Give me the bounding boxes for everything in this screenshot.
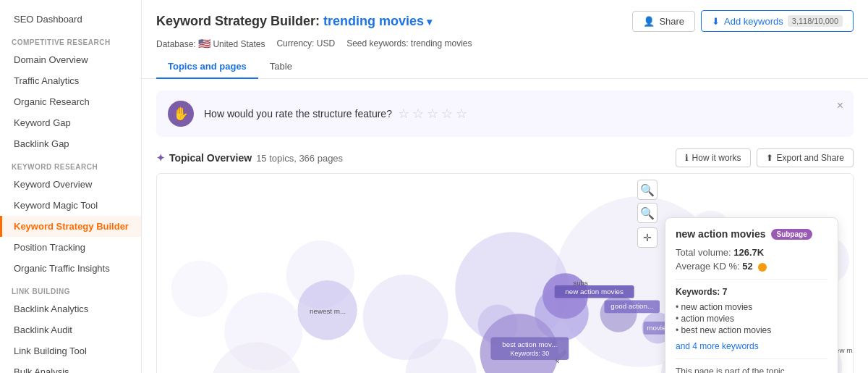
- export-label: Export and Share: [777, 153, 844, 163]
- popup-kw-item-3: best new action movies: [676, 324, 827, 336]
- sidebar-item-traffic-analytics[interactable]: Traffic Analytics: [0, 70, 141, 91]
- sidebar-item-domain-overview[interactable]: Domain Overview: [0, 49, 141, 70]
- popup-more-keywords[interactable]: and 4 more keywords: [676, 341, 759, 351]
- tab-topics-pages[interactable]: Topics and pages: [156, 55, 258, 79]
- database-text: Database:: [156, 39, 198, 49]
- label: Organic Research: [14, 96, 90, 107]
- sidebar-item-position-tracking[interactable]: Position Tracking: [0, 237, 141, 258]
- sidebar-item-keyword-strategy-builder[interactable]: Keyword Strategy Builder: [0, 216, 141, 237]
- popup-kw-item-1: new action movies: [676, 301, 827, 313]
- svg-text:new action movies: new action movies: [565, 288, 624, 296]
- topical-title-text: Topical Overview: [169, 152, 252, 164]
- tab-table[interactable]: Table: [258, 55, 304, 79]
- popup-keywords-label: Keywords: 7: [676, 287, 827, 297]
- label: Bulk Analysis: [14, 366, 69, 373]
- sidebar-section-keyword-research: Keyword Research: [0, 154, 141, 174]
- sidebar-item-backlink-gap[interactable]: Backlink Gap: [0, 133, 141, 154]
- title-highlight[interactable]: trending movies: [323, 14, 432, 28]
- header-meta: Database: 🇺🇸 United States Currency: USD…: [156, 38, 854, 49]
- sidebar-item-keyword-overview[interactable]: Keyword Overview: [0, 174, 141, 195]
- popup-divider-2: [676, 359, 827, 359]
- sidebar-item-keyword-gap[interactable]: Keyword Gap: [0, 112, 141, 133]
- sidebar-section-link-building: Link Building: [0, 279, 141, 298]
- popup-total-volume: Total volume: 126.7K: [676, 247, 827, 258]
- label: Backlink Audit: [14, 324, 72, 335]
- sidebar-item-link-building-tool[interactable]: Link Building Tool: [0, 340, 141, 361]
- star-2[interactable]: ☆: [412, 106, 424, 122]
- svg-text:newest m...: newest m...: [310, 307, 346, 315]
- label: Keyword Magic Tool: [14, 200, 98, 211]
- popup-badge: Subpage: [771, 229, 812, 240]
- currency-label: Currency: USD: [276, 38, 335, 49]
- bubble-chart[interactable]: subs topic pillar new action movies good…: [156, 173, 854, 373]
- popup-keyword-list: new action movies action movies best new…: [676, 301, 827, 336]
- title-static: Keyword Strategy Builder:: [156, 14, 323, 28]
- popup-header: new action movies Subpage: [676, 228, 827, 240]
- label: Domain Overview: [14, 54, 88, 65]
- header-actions: 👤 Share ⬇ Add keywords 3,118/10,000: [632, 10, 854, 32]
- sidebar-item-bulk-analysis[interactable]: Bulk Analysis: [0, 361, 141, 373]
- popup-avg-kd: Average KD %: 52: [676, 261, 827, 272]
- sidebar-item-organic-research[interactable]: Organic Research: [0, 91, 141, 112]
- header-top-row: Keyword Strategy Builder: trending movie…: [156, 10, 854, 32]
- label: Position Tracking: [14, 242, 85, 253]
- svg-text:good action...: good action...: [610, 302, 653, 310]
- keyword-popup: new action movies Subpage Total volume: …: [665, 217, 838, 373]
- label: Link Building Tool: [14, 345, 87, 356]
- label: Backlink Analytics: [14, 303, 88, 314]
- topical-actions: ℹ How it works ⬆ Export and Share: [676, 148, 854, 167]
- sidebar-item-seo-dashboard[interactable]: SEO Dashboard: [0, 9, 141, 30]
- export-share-button[interactable]: ⬆ Export and Share: [757, 148, 854, 167]
- label: Keyword Gap: [14, 117, 71, 128]
- how-it-works-label: How it works: [692, 153, 741, 163]
- star-3[interactable]: ☆: [427, 106, 438, 122]
- popup-kw-item-2: action movies: [676, 313, 827, 324]
- topical-meta: 15 topics, 366 pages: [256, 153, 343, 164]
- popup-topic-note: This page is part of the topic: [676, 366, 827, 373]
- zoom-out-icon: 🔍: [640, 206, 655, 220]
- topical-overview-header: ✦ Topical Overview 15 topics, 366 pages …: [156, 148, 854, 167]
- popup-divider-1: [676, 279, 827, 280]
- rating-row: How would you rate the structure feature…: [204, 106, 467, 122]
- zoom-in-button[interactable]: 🔍: [637, 180, 658, 200]
- star-1[interactable]: ☆: [398, 106, 409, 122]
- page-header: Keyword Strategy Builder: trending movie…: [142, 0, 868, 79]
- sidebar-item-backlink-audit[interactable]: Backlink Audit: [0, 319, 141, 340]
- svg-point-9: [171, 261, 229, 318]
- avg-kd-value: 52: [742, 261, 752, 272]
- label: Keyword Overview: [14, 179, 92, 190]
- content-area: ✋ How would you rate the structure featu…: [142, 79, 868, 373]
- star-rating[interactable]: ☆ ☆ ☆ ☆ ☆: [398, 106, 467, 122]
- sidebar: SEO Dashboard Competitive Research Domai…: [0, 0, 142, 373]
- main-content: Keyword Strategy Builder: trending movie…: [142, 0, 868, 373]
- svg-text:best action mov...: best action mov...: [502, 340, 557, 348]
- how-it-works-button[interactable]: ℹ How it works: [676, 148, 751, 167]
- close-icon[interactable]: ×: [837, 99, 843, 112]
- share-button[interactable]: 👤 Share: [632, 11, 695, 32]
- fit-view-button[interactable]: ✛: [637, 227, 658, 248]
- database-label: Database: 🇺🇸 United States: [156, 38, 265, 49]
- seed-keywords-label: Seed keywords: trending movies: [346, 38, 472, 49]
- flag-icon: 🇺🇸: [198, 38, 210, 49]
- info-icon: ℹ: [685, 153, 689, 163]
- zoom-controls: 🔍 🔍 ✛: [637, 180, 658, 248]
- rating-text: How would you rate the structure feature…: [204, 108, 392, 120]
- sidebar-item-backlink-analytics[interactable]: Backlink Analytics: [0, 298, 141, 319]
- export-icon: ⬆: [766, 153, 773, 163]
- sidebar-item-keyword-magic-tool[interactable]: Keyword Magic Tool: [0, 195, 141, 216]
- svg-text:Keywords: 30: Keywords: 30: [511, 350, 550, 357]
- kd-indicator: [758, 263, 767, 272]
- keyword-count-badge: 3,118/10,000: [788, 15, 843, 27]
- star-4[interactable]: ☆: [441, 106, 453, 122]
- sidebar-section-competitive: Competitive Research: [0, 30, 141, 49]
- fit-icon: ✛: [643, 232, 652, 243]
- zoom-out-button[interactable]: 🔍: [637, 203, 658, 223]
- label: Backlink Gap: [14, 138, 69, 149]
- label: Traffic Analytics: [14, 75, 79, 86]
- add-keywords-button[interactable]: ⬇ Add keywords 3,118/10,000: [701, 10, 854, 32]
- page-title: Keyword Strategy Builder: trending movie…: [156, 14, 432, 29]
- sidebar-item-organic-traffic-insights[interactable]: Organic Traffic Insights: [0, 258, 141, 279]
- star-5[interactable]: ☆: [456, 106, 467, 122]
- tab-bar: Topics and pages Table: [156, 55, 854, 78]
- rating-icon: ✋: [168, 101, 194, 127]
